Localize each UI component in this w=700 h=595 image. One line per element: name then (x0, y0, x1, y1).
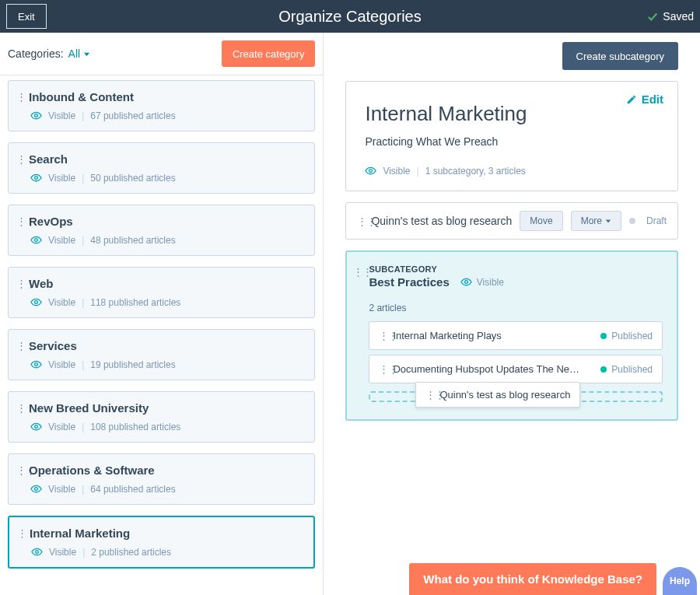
articles-count: 48 published articles (90, 235, 175, 246)
articles-count: 19 published articles (90, 359, 175, 370)
articles-count: 50 published articles (90, 173, 175, 184)
visible-text: Visible (48, 484, 75, 495)
drag-handle-icon[interactable]: ⋮⋮ (357, 215, 363, 227)
edit-text: Edit (642, 93, 663, 106)
detail-panel: Edit Internal Marketing Practicing What … (345, 81, 678, 191)
article-row[interactable]: ⋮⋮ Quinn's test as blog research Move Mo… (345, 202, 678, 240)
drag-handle-icon[interactable]: ⋮⋮ (16, 91, 23, 103)
svg-point-5 (35, 363, 38, 366)
category-name: Web (29, 277, 53, 290)
help-button[interactable]: Help (663, 567, 697, 595)
visible-text: Visible (48, 173, 75, 184)
eye-icon (365, 165, 376, 177)
subcategory-articles: ⋮⋮ Internal Marketing Plays Published ⋮⋮… (369, 321, 663, 383)
status-text: Draft (646, 215, 667, 226)
category-detail-card: Edit Internal Marketing Practicing What … (345, 81, 678, 191)
visible-text: Visible (48, 422, 75, 432)
drag-handle-icon[interactable]: ⋮⋮ (353, 266, 359, 278)
svg-marker-0 (84, 52, 89, 56)
status-dot-icon (600, 366, 607, 373)
status-dot-icon (629, 218, 635, 224)
article-title: Quinn's test as blog research (371, 215, 512, 227)
status-text: Published (611, 364, 653, 375)
edit-link[interactable]: Edit (626, 93, 663, 106)
category-name: Services (29, 339, 77, 352)
drag-handle-icon[interactable]: ⋮⋮ (16, 153, 23, 165)
category-name: Internal Marketing (30, 527, 130, 540)
eye-icon (30, 483, 42, 495)
category-name: Search (29, 152, 68, 166)
subcategory-count: 2 articles (369, 303, 663, 313)
category-card[interactable]: ⋮⋮ Internal Marketing Visible | 2 publis… (8, 516, 315, 569)
exit-button[interactable]: Exit (6, 4, 47, 29)
subcategory-card: ⋮⋮ SUBCATEGORY Best Practices Visible 2 … (345, 250, 678, 421)
saved-indicator: Saved (647, 10, 694, 23)
more-button[interactable]: More (571, 211, 621, 231)
svg-point-9 (369, 170, 373, 173)
detail-meta-text: 1 subcategory, 3 articles (425, 166, 526, 177)
category-card[interactable]: ⋮⋮ Search Visible | 50 published article… (8, 142, 315, 194)
article-status: Published (600, 331, 653, 341)
caret-down-icon (83, 51, 90, 58)
drag-handle-icon[interactable]: ⋮⋮ (16, 340, 23, 352)
detail-meta: Visible | 1 subcategory, 3 articles (365, 165, 659, 177)
drag-handle-icon[interactable]: ⋮⋮ (379, 330, 385, 341)
left-panel: Categories: All Create category ⋮⋮ Inbou… (0, 33, 324, 595)
drag-handle-icon[interactable]: ⋮⋮ (379, 363, 385, 375)
caret-down-icon (605, 218, 611, 224)
dragging-card[interactable]: ⋮⋮ Quinn's test as blog research (415, 382, 580, 408)
drag-handle-icon[interactable]: ⋮⋮ (17, 527, 23, 539)
drag-handle-icon[interactable]: ⋮⋮ (16, 464, 23, 476)
svg-point-8 (36, 551, 39, 554)
category-name: RevOps (29, 215, 73, 228)
article-status: Published (600, 364, 653, 375)
dropzone[interactable]: ⋮⋮ Quinn's test as blog research (369, 391, 663, 402)
visible-text: Visible (477, 277, 504, 288)
check-icon (647, 11, 658, 22)
create-category-button[interactable]: Create category (222, 40, 316, 67)
eye-icon (30, 172, 42, 184)
subcategory-title: Best Practices (369, 275, 449, 289)
articles-count: 67 published articles (90, 110, 175, 121)
article-title: Internal Marketing Plays (393, 330, 593, 341)
category-card[interactable]: ⋮⋮ Inbound & Content Visible | 67 publis… (8, 80, 315, 131)
category-card[interactable]: ⋮⋮ Services Visible | 19 published artic… (8, 329, 315, 380)
more-text: More (581, 215, 602, 226)
category-card[interactable]: ⋮⋮ New Breed University Visible | 108 pu… (8, 391, 315, 443)
article-title: Documenting Hubspot Updates The Ne… (393, 363, 593, 375)
category-card[interactable]: ⋮⋮ Operations & Software Visible | 64 pu… (8, 453, 315, 505)
subcategory-visibility: Visible (460, 276, 504, 288)
drag-handle-icon[interactable]: ⋮⋮ (16, 215, 23, 227)
drag-handle-icon[interactable]: ⋮⋮ (16, 402, 23, 414)
svg-point-6 (35, 425, 38, 429)
subcategory-article-row[interactable]: ⋮⋮ Internal Marketing Plays Published (369, 321, 663, 350)
category-list[interactable]: ⋮⋮ Inbound & Content Visible | 67 publis… (0, 75, 323, 595)
visible-text: Visible (48, 297, 75, 308)
svg-point-7 (35, 488, 38, 491)
svg-point-4 (35, 301, 38, 304)
create-subcategory-button[interactable]: Create subcategory (562, 42, 678, 70)
svg-point-2 (35, 177, 38, 180)
svg-marker-10 (606, 219, 611, 222)
visible-text: Visible (383, 166, 410, 177)
visible-text: Visible (48, 110, 75, 121)
subcategory-label: SUBCATEGORY (369, 264, 663, 274)
articles-count: 108 published articles (90, 422, 180, 432)
filter-dropdown[interactable]: All (68, 47, 91, 60)
visible-text: Visible (48, 359, 75, 370)
subcategory-article-row[interactable]: ⋮⋮ Documenting Hubspot Updates The Ne… P… (369, 355, 663, 383)
eye-icon (30, 296, 42, 308)
right-header: Create subcategory (324, 33, 700, 70)
visible-text: Visible (49, 547, 76, 558)
visible-text: Visible (48, 235, 75, 246)
move-button[interactable]: Move (520, 211, 562, 231)
category-name: Inbound & Content (29, 90, 134, 103)
status-dot-icon (600, 333, 607, 339)
drag-handle-icon[interactable]: ⋮⋮ (425, 389, 432, 401)
dragging-title: Quinn's test as blog research (439, 389, 570, 401)
feedback-bar[interactable]: What do you think of Knowledge Base? (409, 563, 656, 595)
category-card[interactable]: ⋮⋮ RevOps Visible | 48 published article… (8, 205, 315, 256)
category-card[interactable]: ⋮⋮ Web Visible | 118 published articles (8, 267, 315, 318)
eye-icon (30, 234, 42, 246)
drag-handle-icon[interactable]: ⋮⋮ (16, 278, 23, 289)
